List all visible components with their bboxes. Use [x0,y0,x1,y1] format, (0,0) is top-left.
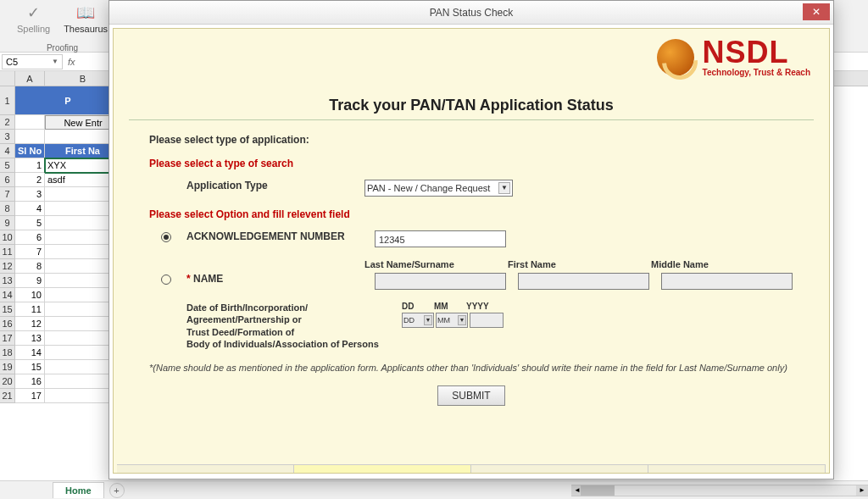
dialog-titlebar[interactable]: PAN Status Check ✕ [109,1,833,25]
horizontal-scrollbar[interactable]: ◄ ► [571,485,868,496]
col-header-a[interactable]: A [15,71,45,86]
tab-4[interactable] [648,465,826,473]
chevron-down-icon: ▼ [498,182,510,194]
logo-tagline: Technology, Trust & Reach [703,68,810,77]
thesaurus-icon: 📖 [76,3,95,22]
application-type-value: PAN - New / Change Request [367,183,490,193]
logo-text: NSDL [703,37,810,68]
submit-button[interactable]: SUBMIT [437,385,504,406]
nsdl-logo: NSDL Technology, Trust & Reach [657,37,810,77]
spelling-icon: ✓ [25,3,43,22]
label-first-name: First Name [508,259,639,269]
thesaurus-label: Thesaurus [64,24,108,34]
dob-year-input[interactable] [470,313,504,328]
pan-status-dialog: PAN Status Check ✕ NSDL Technology, Trus… [108,0,834,480]
new-sheet-button[interactable]: + [109,483,125,498]
label-application-type: Application Type [186,180,364,191]
label-dob: Date of Birth/Incorporation/ Agreement/P… [186,302,390,350]
label-mm: MM [434,302,461,311]
scroll-right-icon[interactable]: ► [856,485,868,496]
name-box[interactable]: C5 ▼ [2,54,63,69]
label-acknowledgement: ACKNOWLEDGEMENT NUMBER [186,230,375,242]
close-button[interactable]: ✕ [803,3,830,20]
label-select-application: Please select type of application: [149,134,793,146]
chevron-down-icon: ▼ [52,58,58,65]
label-yyyy: YYYY [466,302,504,311]
label-name-text: NAME [193,273,223,285]
label-select-search: Please select a type of search [149,158,793,169]
thesaurus-button[interactable]: 📖 Thesaurus [58,2,113,36]
fx-icon[interactable]: fx [63,57,81,67]
tab-3[interactable] [471,465,648,473]
acknowledgement-input[interactable]: 12345 [375,230,506,247]
tab-1[interactable] [117,465,294,473]
dob-dd-value: DD [403,316,415,324]
label-dd: DD [402,302,429,311]
label-name: * NAME [186,273,375,285]
name-box-value: C5 [6,57,18,67]
page-title: Track your PAN/TAN Application Status [129,97,814,114]
browser-tabs [117,464,826,473]
first-name-input[interactable] [518,273,649,290]
sheet-tab-home[interactable]: Home [53,482,104,498]
application-type-select[interactable]: PAN - New / Change Request ▼ [364,180,513,197]
chevron-down-icon: ▼ [458,315,466,325]
logo-swirl-icon [657,39,694,76]
dob-month-select[interactable]: MM▼ [436,313,468,328]
select-all-corner[interactable] [0,71,15,86]
last-name-input[interactable] [375,273,506,290]
dialog-title: PAN Status Check [430,7,513,19]
note-text: *(Name should be as mentioned in the app… [149,362,793,374]
dob-mm-value: MM [437,316,450,324]
tab-2[interactable] [294,465,471,473]
spelling-label: Spelling [17,24,50,34]
label-select-option: Please select Option and fill relevent f… [149,208,793,220]
scroll-thumb[interactable] [581,485,615,496]
radio-acknowledgement[interactable] [161,232,171,242]
ribbon-group-proofing: Proofing [47,43,78,53]
dob-day-select[interactable]: DD▼ [402,313,434,328]
label-last-name: Last Name/Surname [364,259,496,269]
chevron-down-icon: ▼ [424,315,432,325]
sheet-tabs: Home + ◄ ► [0,480,868,499]
label-middle-name: Middle Name [651,259,782,269]
spelling-button[interactable]: ✓ Spelling [12,2,55,36]
radio-name[interactable] [161,274,171,285]
middle-name-input[interactable] [661,273,793,290]
